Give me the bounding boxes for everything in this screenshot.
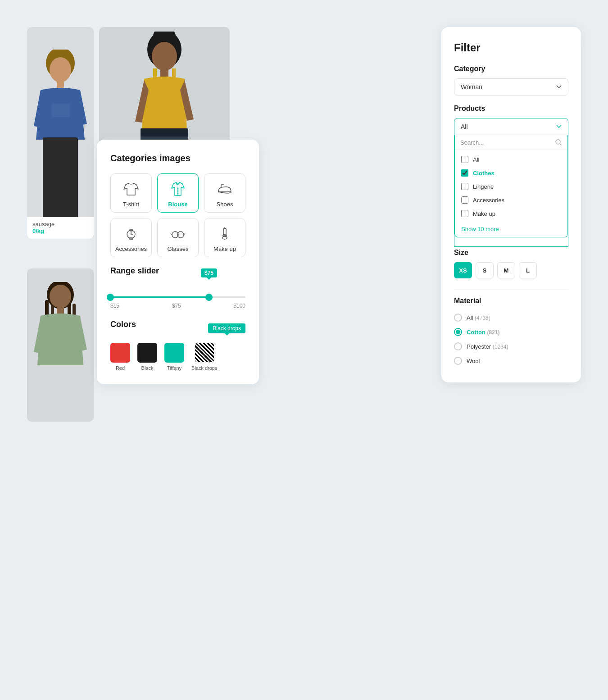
products-search-box — [455, 135, 567, 150]
colors-section: Colors Black drops Red Black Tiffany Bla… — [110, 320, 245, 371]
size-l[interactable]: L — [519, 262, 537, 278]
checkbox-accessories[interactable]: Accessories — [455, 193, 567, 207]
checkbox-list: All Clothes Lingerie — [455, 150, 567, 223]
swatch-red-label: Red — [116, 365, 125, 371]
checkbox-makeup-input[interactable] — [461, 210, 468, 217]
material-section: Material All (4738) Cotton (821) Polyest… — [454, 297, 568, 368]
swatch-black-drops[interactable]: Black drops — [191, 343, 217, 371]
product-card-blue: sausage 0/kg — [27, 27, 94, 239]
filter-title: Filter — [454, 41, 568, 54]
cat-glasses-label: Glasses — [168, 245, 189, 252]
filter-panel: Filter Category Woman Man Kids Products … — [441, 27, 581, 382]
range-slider-section: Range slider $75 $15 $75 $100 — [110, 266, 245, 309]
cat-accessories[interactable]: Accessories — [110, 218, 152, 257]
swatch-black-label: Black — [141, 365, 154, 371]
checkbox-clothes-label: Clothes — [473, 170, 495, 177]
radio-polyester-circle — [454, 342, 462, 350]
dropdown-chevron-icon — [556, 125, 562, 128]
cat-blouse[interactable]: Blouse — [157, 173, 199, 213]
cat-accessories-label: Accessories — [115, 245, 147, 252]
size-m[interactable]: M — [497, 262, 515, 278]
cat-makeup[interactable]: Make up — [204, 218, 245, 257]
show-more-button[interactable]: Show 10 more — [455, 223, 567, 237]
colors-title: Colors — [110, 320, 136, 329]
card-blue-info: sausage 0/kg — [27, 217, 94, 239]
shoes-icon — [217, 181, 233, 197]
checkbox-lingerie-input[interactable] — [461, 183, 468, 190]
category-grid: T-shirt Blouse Shoes — [110, 173, 245, 257]
size-s[interactable]: S — [476, 262, 494, 278]
glasses-icon — [170, 226, 186, 242]
swatch-red-color[interactable] — [110, 343, 130, 363]
checkbox-all[interactable]: All — [455, 153, 567, 166]
radio-cotton[interactable]: Cotton (821) — [454, 325, 568, 339]
cat-makeup-label: Make up — [213, 245, 236, 252]
slider-container[interactable]: $75 — [110, 283, 245, 298]
radio-all-label: All (4738) — [467, 314, 490, 321]
category-section: Category Woman Man Kids — [454, 65, 568, 105]
swatch-black-drops-label: Black drops — [191, 365, 217, 371]
slider-value-label: $75 — [172, 303, 181, 309]
svg-rect-12 — [141, 128, 188, 136]
checkbox-accessories-label: Accessories — [473, 197, 504, 204]
card-blue-name: sausage — [32, 221, 88, 227]
checkbox-makeup[interactable]: Make up — [455, 207, 567, 220]
radio-all[interactable]: All (4738) — [454, 310, 568, 325]
search-icon — [555, 139, 562, 146]
checkbox-clothes-input[interactable] — [461, 169, 468, 177]
radio-polyester[interactable]: Polyester (1234) — [454, 339, 568, 354]
slider-thumb-min[interactable] — [107, 294, 114, 301]
cat-shoes[interactable]: Shoes — [204, 173, 245, 213]
products-dropdown-wrapper: All — [454, 118, 568, 247]
card-blue-price: 0/kg — [32, 227, 88, 234]
svg-point-22 — [177, 191, 179, 192]
color-tooltip: Black drops — [208, 323, 245, 333]
checkbox-clothes[interactable]: Clothes — [455, 166, 567, 180]
svg-rect-19 — [57, 306, 64, 314]
range-slider-title: Range slider — [110, 266, 245, 276]
swatch-black-drops-color[interactable] — [195, 343, 214, 363]
size-xs[interactable]: XS — [454, 262, 472, 278]
products-label: Products — [454, 105, 568, 113]
slider-labels: $15 $75 $100 — [110, 303, 245, 309]
category-select[interactable]: Woman Man Kids — [454, 78, 568, 95]
checkbox-lingerie[interactable]: Lingerie — [455, 180, 567, 193]
cat-tshirt[interactable]: T-shirt — [110, 173, 152, 213]
slider-thumb-max[interactable] — [205, 294, 213, 301]
checkbox-all-input[interactable] — [461, 156, 468, 163]
swatch-black[interactable]: Black — [137, 343, 157, 371]
colors-header: Colors Black drops — [110, 320, 245, 336]
svg-point-37 — [222, 236, 227, 239]
radio-all-circle — [454, 314, 462, 322]
radio-wool[interactable]: Wool — [454, 354, 568, 368]
swatch-black-color[interactable] — [137, 343, 157, 363]
blouse-icon — [170, 181, 186, 197]
makeup-icon — [217, 226, 233, 242]
categories-panel: Categories images T-shirt Blouse — [97, 140, 259, 384]
products-dropdown-list: All Clothes Lingerie — [454, 135, 568, 237]
swatch-tiffany[interactable]: Tiffany — [164, 343, 184, 371]
checkbox-accessories-input[interactable] — [461, 196, 468, 204]
swatch-red[interactable]: Red — [110, 343, 130, 371]
svg-rect-3 — [52, 104, 70, 117]
categories-panel-title: Categories images — [110, 153, 245, 164]
radio-wool-label: Wool — [467, 358, 480, 364]
products-search-input[interactable] — [460, 139, 551, 146]
swatch-tiffany-color[interactable] — [164, 343, 184, 363]
svg-point-21 — [177, 188, 179, 190]
size-section: Size XS S M L — [454, 249, 568, 278]
svg-line-39 — [560, 144, 561, 145]
products-dropdown[interactable]: All — [454, 118, 568, 247]
svg-point-18 — [50, 285, 71, 308]
category-label: Category — [454, 65, 568, 73]
checkbox-lingerie-label: Lingerie — [473, 183, 494, 190]
cat-glasses[interactable]: Glasses — [157, 218, 199, 257]
svg-rect-10 — [172, 68, 176, 81]
checkbox-makeup-label: Make up — [473, 210, 495, 217]
size-buttons: XS S M L — [454, 262, 568, 278]
radio-cotton-circle — [454, 328, 462, 336]
svg-point-7 — [152, 42, 177, 71]
radio-wool-circle — [454, 357, 462, 365]
divider — [454, 289, 568, 290]
slider-track[interactable] — [110, 296, 245, 298]
